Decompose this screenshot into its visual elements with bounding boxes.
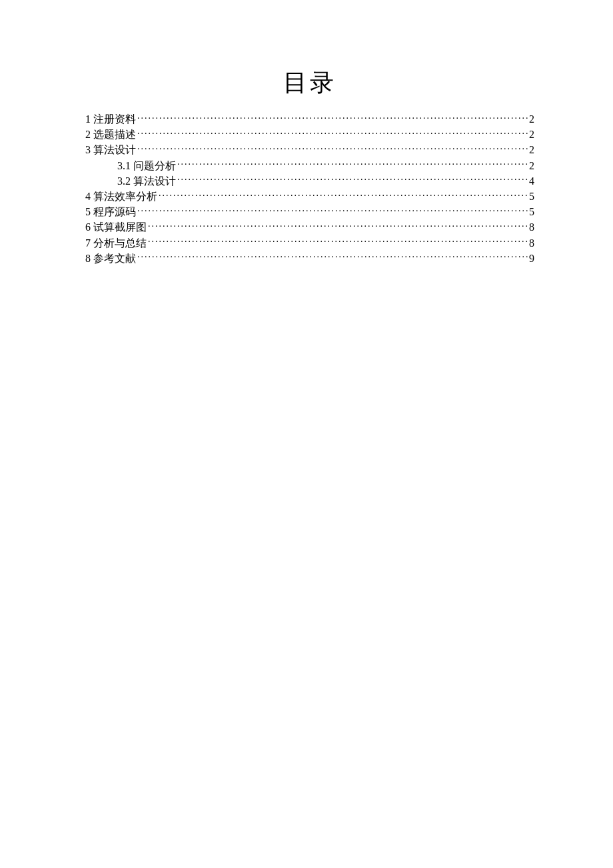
toc-entry-page: 4 [529, 173, 534, 189]
toc-entry-label: 2 选题描述 [85, 127, 136, 142]
toc-entry: 3.2 算法设计 4 [85, 173, 534, 189]
toc-leader-dots [159, 189, 528, 200]
toc-leader-dots [137, 112, 528, 123]
toc-entry-page: 2 [529, 158, 534, 173]
toc-leader-dots [177, 174, 528, 185]
toc-leader-dots [177, 159, 528, 169]
toc-entry-label: 3 算法设计 [85, 142, 136, 157]
toc-entry: 8 参考文献 9 [85, 251, 534, 266]
toc-entry-label: 4 算法效率分析 [85, 189, 157, 204]
toc-title: 目录 [85, 67, 534, 99]
toc-entry: 5 程序源码 5 [85, 204, 534, 219]
toc-entry-page: 8 [529, 235, 534, 251]
toc-entry: 4 算法效率分析 5 [85, 189, 534, 204]
toc-entry: 6 试算截屏图 8 [85, 219, 534, 235]
toc-list: 1 注册资料 2 2 选题描述 2 3 算法设计 2 3.1 问题分析 2 3.… [85, 111, 534, 266]
toc-entry: 1 注册资料 2 [85, 111, 534, 127]
toc-leader-dots [137, 143, 528, 153]
toc-entry-label: 5 程序源码 [85, 204, 136, 219]
toc-leader-dots [148, 220, 528, 231]
toc-entry-label: 8 参考文献 [85, 251, 136, 266]
toc-entry-page: 5 [529, 189, 534, 204]
toc-entry-label: 6 试算截屏图 [85, 219, 147, 235]
toc-entry: 2 选题描述 2 [85, 127, 534, 142]
toc-entry-page: 9 [529, 251, 534, 266]
toc-entry-page: 2 [529, 127, 534, 142]
toc-entry-label: 1 注册资料 [85, 111, 136, 127]
toc-entry-page: 8 [529, 219, 534, 235]
toc-entry: 3.1 问题分析 2 [85, 158, 534, 173]
toc-entry-label: 3.2 算法设计 [117, 173, 176, 189]
toc-entry-label: 3.1 问题分析 [117, 158, 176, 173]
toc-leader-dots [137, 205, 528, 215]
toc-entry: 7 分析与总结 8 [85, 235, 534, 251]
toc-entry-page: 2 [529, 111, 534, 127]
toc-leader-dots [137, 251, 528, 262]
toc-leader-dots [137, 127, 528, 138]
toc-entry-page: 2 [529, 142, 534, 157]
toc-entry: 3 算法设计 2 [85, 142, 534, 157]
toc-entry-page: 5 [529, 204, 534, 219]
toc-entry-label: 7 分析与总结 [85, 235, 147, 251]
toc-leader-dots [148, 236, 528, 247]
